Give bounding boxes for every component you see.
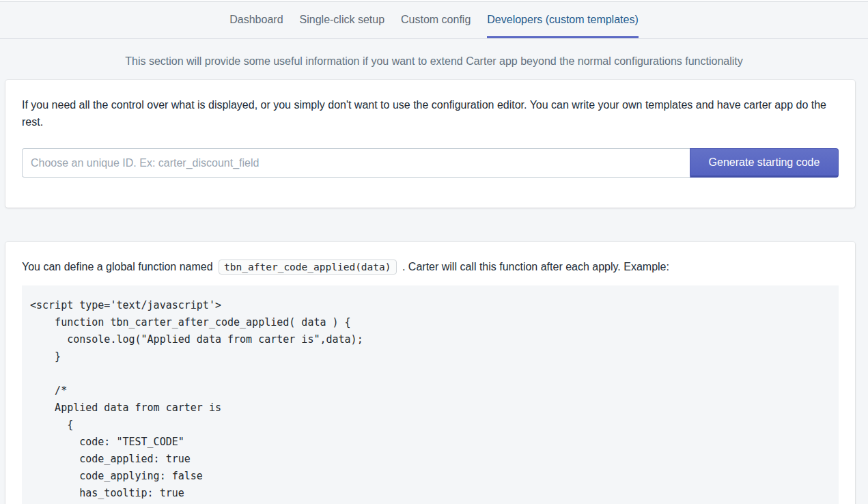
docs-intro-after: . Carter will call this function after e… bbox=[402, 261, 669, 272]
tab-single-click-setup[interactable]: Single-click setup bbox=[300, 2, 385, 38]
template-id-input-group: Generate starting code bbox=[22, 148, 839, 178]
docs-intro: You can define a global function named t… bbox=[22, 258, 839, 276]
example-code-block: <script type='text/javascript'> function… bbox=[22, 285, 839, 504]
inline-code-function-name: tbn_after_code_applied(data) bbox=[219, 260, 396, 275]
tab-bar: Dashboard Single-click setup Custom conf… bbox=[0, 2, 868, 39]
tab-dashboard[interactable]: Dashboard bbox=[229, 2, 283, 38]
tab-custom-config[interactable]: Custom config bbox=[401, 2, 471, 38]
tab-developers-custom-templates[interactable]: Developers (custom templates) bbox=[487, 2, 638, 38]
generator-description: If you need all the control over what is… bbox=[22, 96, 839, 130]
page-content: If you need all the control over what is… bbox=[5, 80, 855, 504]
section-description: This section will provide some useful in… bbox=[0, 55, 868, 68]
developer-docs-card: You can define a global function named t… bbox=[5, 242, 855, 504]
generate-starting-code-button[interactable]: Generate starting code bbox=[690, 148, 839, 178]
template-generator-card: If you need all the control over what is… bbox=[5, 80, 855, 208]
docs-intro-before: You can define a global function named bbox=[22, 261, 213, 272]
template-id-input[interactable] bbox=[22, 148, 690, 178]
